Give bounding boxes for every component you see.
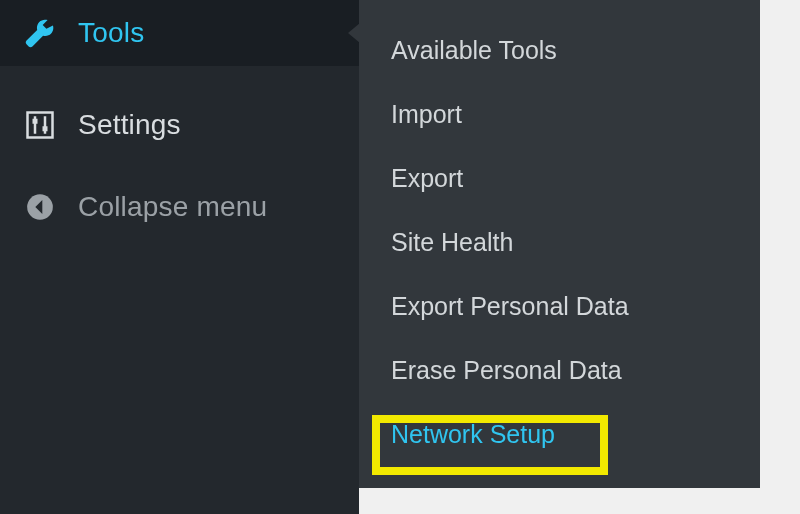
submenu-item-label: Erase Personal Data (391, 356, 622, 385)
submenu-item-label: Export (391, 164, 463, 193)
submenu-item-label: Import (391, 100, 462, 129)
submenu-item-site-health[interactable]: Site Health (359, 210, 760, 274)
collapse-left-icon (22, 189, 58, 225)
wrench-icon (22, 15, 58, 51)
submenu-item-export-personal-data[interactable]: Export Personal Data (359, 274, 760, 338)
svg-rect-4 (43, 126, 48, 131)
submenu-item-label: Network Setup (391, 420, 555, 449)
submenu-item-available-tools[interactable]: Available Tools (359, 18, 760, 82)
submenu-item-network-setup[interactable]: Network Setup (359, 402, 760, 466)
submenu-item-import[interactable]: Import (359, 82, 760, 146)
tools-submenu: Available Tools Import Export Site Healt… (359, 0, 760, 488)
sidebar-item-collapse[interactable]: Collapse menu (0, 174, 359, 240)
submenu-item-label: Export Personal Data (391, 292, 629, 321)
sidebar-item-label: Tools (78, 17, 144, 49)
sidebar-item-tools[interactable]: Tools (0, 0, 359, 66)
submenu-item-label: Available Tools (391, 36, 557, 65)
sidebar-item-label: Collapse menu (78, 191, 267, 223)
submenu-item-export[interactable]: Export (359, 146, 760, 210)
admin-sidebar: Tools Settings Col (0, 0, 359, 514)
svg-rect-0 (28, 113, 53, 138)
submenu-item-erase-personal-data[interactable]: Erase Personal Data (359, 338, 760, 402)
submenu-item-label: Site Health (391, 228, 513, 257)
sidebar-item-settings[interactable]: Settings (0, 92, 359, 158)
sidebar-item-label: Settings (78, 109, 181, 141)
svg-rect-3 (33, 119, 38, 124)
sliders-icon (22, 107, 58, 143)
